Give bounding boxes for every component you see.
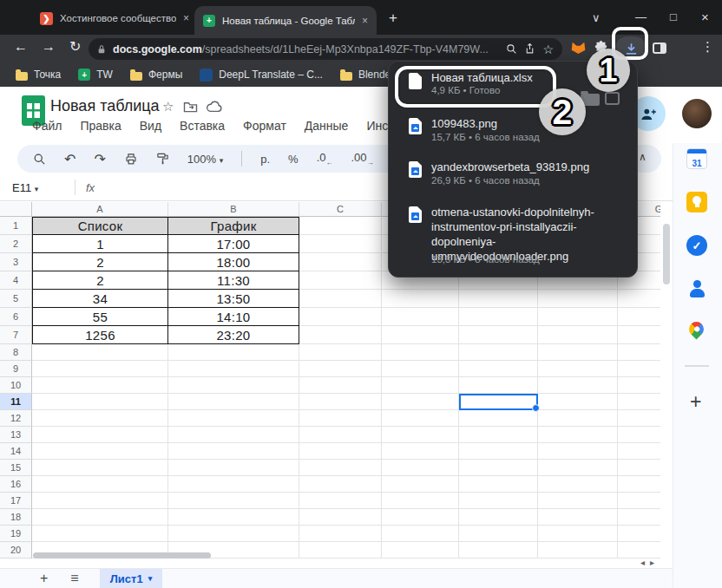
grid-cell[interactable] [538, 542, 618, 559]
grid-cell[interactable] [32, 509, 168, 526]
collapse-toolbar-icon[interactable]: ∧ [639, 151, 647, 163]
row-header[interactable]: 5 [0, 290, 32, 308]
grid-cell[interactable]: График [168, 217, 299, 235]
tab-hosting-community[interactable]: ❯ Хостинговое сообщество «Tim × [40, 8, 189, 29]
grid-cell[interactable] [382, 344, 459, 361]
grid-cell[interactable] [538, 443, 618, 460]
back-icon[interactable]: ← [14, 40, 28, 54]
grid-cell[interactable] [168, 361, 299, 377]
grid-cell[interactable] [538, 377, 618, 394]
grid-cell[interactable] [459, 290, 538, 308]
bookmark-tochka[interactable]: Точка [16, 69, 61, 81]
grid-cell[interactable] [299, 271, 382, 290]
grid-cell[interactable] [538, 427, 618, 443]
grid-cell[interactable]: 2 [32, 253, 168, 271]
grid-cell[interactable]: 11:30 [168, 271, 299, 290]
grid-cell[interactable] [618, 509, 660, 526]
close-button[interactable]: × [701, 10, 709, 24]
grid-cell[interactable] [538, 526, 618, 542]
grid-cell[interactable] [538, 344, 618, 361]
row-header[interactable]: 16 [0, 476, 32, 493]
undo-icon[interactable]: ↶ [64, 151, 75, 167]
format-percent-button[interactable]: % [288, 153, 299, 166]
grid-cell[interactable] [168, 394, 299, 410]
grid-cell[interactable]: 14:10 [168, 308, 299, 326]
menu-data[interactable]: Данные [305, 119, 349, 133]
tab-search-chevron-icon[interactable]: ∨ [592, 11, 601, 24]
grid-cell[interactable] [538, 460, 618, 476]
grid-cell[interactable] [538, 308, 618, 326]
grid-cell[interactable] [382, 509, 459, 526]
grid-cell[interactable] [299, 377, 382, 394]
grid-cell[interactable] [299, 427, 382, 443]
row-header[interactable]: 10 [0, 377, 32, 394]
grid-cell[interactable]: 17:00 [168, 235, 299, 253]
grid-cell[interactable] [459, 460, 538, 476]
print-icon[interactable] [124, 153, 138, 166]
grid-cell[interactable] [299, 217, 382, 235]
grid-cell[interactable]: Список [32, 217, 168, 235]
row-header[interactable]: 13 [0, 427, 32, 443]
grid-cell[interactable] [299, 326, 382, 344]
star-document-icon[interactable]: ☆ [162, 99, 174, 114]
grid-cell[interactable] [618, 377, 660, 394]
grid-cell[interactable] [299, 394, 382, 410]
grid-cell[interactable] [459, 493, 538, 509]
grid-cell[interactable] [459, 476, 538, 493]
grid-cell[interactable] [618, 493, 660, 509]
grid-cell[interactable] [538, 410, 618, 427]
horizontal-scrollbar-thumb[interactable] [33, 552, 211, 559]
grid-cell[interactable] [299, 509, 382, 526]
grid-cell[interactable] [459, 361, 538, 377]
grid-cell[interactable] [382, 394, 459, 410]
column-header[interactable]: B [168, 202, 299, 217]
grid-cell[interactable] [382, 361, 459, 377]
grid-cell[interactable] [538, 326, 618, 344]
row-header[interactable]: 17 [0, 493, 32, 509]
grid-cell[interactable] [168, 460, 299, 476]
grid-cell[interactable]: 1256 [32, 326, 168, 344]
menu-file[interactable]: Файл [32, 119, 62, 133]
grid-cell[interactable] [32, 476, 168, 493]
grid-cell[interactable]: 13:50 [168, 290, 299, 308]
cloud-status-icon[interactable] [206, 100, 223, 114]
grid-cell[interactable] [382, 526, 459, 542]
account-avatar[interactable] [682, 99, 712, 128]
grid-cell[interactable] [168, 526, 299, 542]
bookmark-fermy[interactable]: Фермы [130, 69, 182, 81]
row-header[interactable]: 3 [0, 253, 32, 271]
grid-cell[interactable] [299, 542, 382, 559]
download-item-name[interactable]: 1099483.png [431, 116, 626, 131]
grid-cell[interactable] [618, 443, 660, 460]
column-header[interactable]: C [299, 202, 382, 217]
row-header[interactable]: 6 [0, 308, 32, 326]
column-header[interactable]: A [32, 202, 168, 217]
grid-cell[interactable] [168, 377, 299, 394]
grid-cell[interactable] [32, 443, 168, 460]
grid-cell[interactable] [299, 361, 382, 377]
grid-cell[interactable] [382, 326, 459, 344]
grid-cell[interactable] [168, 476, 299, 493]
grid-cell[interactable] [299, 460, 382, 476]
row-header[interactable]: 12 [0, 410, 32, 427]
paint-format-icon[interactable] [156, 152, 169, 166]
zoom-select[interactable]: 100% ▾ [187, 153, 223, 166]
grid-cell[interactable] [618, 476, 660, 493]
grid-cell[interactable] [618, 290, 660, 308]
grid-cell[interactable] [618, 526, 660, 542]
bookmark-tw[interactable]: +TW [78, 69, 113, 81]
forward-icon[interactable]: → [42, 40, 56, 54]
row-header[interactable]: 4 [0, 271, 32, 290]
grid-cell[interactable] [299, 476, 382, 493]
grid-cell[interactable] [32, 427, 168, 443]
all-sheets-button[interactable]: ≡ [70, 572, 78, 585]
grid-cell[interactable] [459, 344, 538, 361]
row-header[interactable]: 9 [0, 361, 32, 377]
document-title[interactable]: Новая таблица [50, 97, 160, 115]
grid-cell[interactable] [538, 394, 618, 410]
keep-icon[interactable] [686, 192, 707, 212]
share-icon[interactable] [524, 43, 535, 55]
vertical-scrollbar-thumb[interactable] [663, 224, 670, 284]
bookmark-star-icon[interactable]: ☆ [542, 42, 554, 56]
grid-cell[interactable] [459, 377, 538, 394]
